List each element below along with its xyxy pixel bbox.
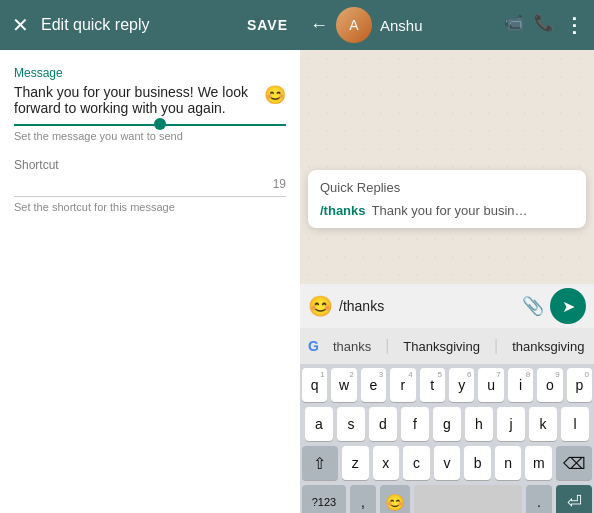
quick-reply-item[interactable]: /thanks Thank you for your business! We …	[320, 203, 574, 218]
shortcut-input[interactable]: /thanks	[14, 176, 273, 192]
key-enter[interactable]: ⏎	[556, 485, 592, 513]
key-z-wrap: z	[342, 446, 369, 480]
suggestion-thanks[interactable]: thanks	[325, 337, 379, 356]
key-w[interactable]: w2	[331, 368, 356, 402]
send-button[interactable]: ➤	[550, 288, 586, 324]
key-row-4: ?123 , 😊 . ⏎	[302, 485, 592, 513]
key-t-wrap: t5	[420, 368, 445, 402]
key-c-wrap: c	[403, 446, 430, 480]
panel-title: Edit quick reply	[41, 16, 235, 34]
send-icon: ➤	[562, 297, 575, 316]
google-g-icon: G	[308, 338, 319, 354]
key-s[interactable]: s	[337, 407, 365, 441]
key-w-wrap: w2	[331, 368, 356, 402]
avatar: A	[336, 7, 372, 43]
key-p[interactable]: p0	[567, 368, 592, 402]
key-x-wrap: x	[373, 446, 400, 480]
suggestions-bar: G thanks | Thanksgiving | thanksgiving 🎤	[300, 328, 594, 364]
key-n-wrap: n	[495, 446, 522, 480]
phone-icon[interactable]: 📞	[534, 13, 554, 37]
key-s-wrap: s	[337, 407, 365, 441]
key-l[interactable]: l	[561, 407, 589, 441]
key-k-wrap: k	[529, 407, 557, 441]
key-a-wrap: a	[305, 407, 333, 441]
key-d[interactable]: d	[369, 407, 397, 441]
input-bar: 😊 /thanks 📎 ➤	[300, 284, 594, 328]
key-row-3: ⇧ z x c v b n m ⌫	[302, 446, 592, 480]
attach-icon[interactable]: 📎	[522, 295, 544, 317]
key-r-wrap: r4	[390, 368, 415, 402]
key-x[interactable]: x	[373, 446, 400, 480]
key-j[interactable]: j	[497, 407, 525, 441]
key-h[interactable]: h	[465, 407, 493, 441]
quick-replies-title: Quick Replies	[320, 180, 574, 195]
shortcut-hint: Set the shortcut for this message	[14, 201, 286, 213]
key-v-wrap: v	[434, 446, 461, 480]
key-e[interactable]: e3	[361, 368, 386, 402]
close-button[interactable]: ✕	[12, 13, 29, 37]
key-a[interactable]: a	[305, 407, 333, 441]
suggestion-thanksgiving-lower[interactable]: thanksgiving	[504, 337, 592, 356]
key-o-wrap: o9	[537, 368, 562, 402]
form-area: Message Thank you for your business! We …	[0, 50, 300, 513]
keyboard[interactable]: G thanks | Thanksgiving | thanksgiving 🎤…	[300, 328, 594, 513]
key-p-wrap: p0	[567, 368, 592, 402]
key-g-wrap: g	[433, 407, 461, 441]
quick-replies-popup: Quick Replies /thanks Thank you for your…	[308, 170, 586, 228]
key-comma[interactable]: ,	[350, 485, 376, 513]
shortcut-label: Shortcut	[14, 158, 286, 172]
key-q[interactable]: q1	[302, 368, 327, 402]
key-c[interactable]: c	[403, 446, 430, 480]
key-t[interactable]: t5	[420, 368, 445, 402]
key-row-1: q1 w2 e3 r4 t5 y6 u7 i8 o9 p0	[302, 368, 592, 402]
message-hint: Set the message you want to send	[14, 130, 286, 142]
key-backspace[interactable]: ⌫	[556, 446, 592, 480]
key-n[interactable]: n	[495, 446, 522, 480]
suggestion-thanksgiving[interactable]: Thanksgiving	[395, 337, 488, 356]
qr-shortcut: /thanks	[320, 203, 366, 218]
message-input-wrap: Thank you for your business! We look for…	[14, 84, 286, 126]
input-field[interactable]: /thanks	[339, 298, 516, 314]
right-panel: ← A Anshu 📹 📞 ⋮ Quick Replies /thanks Th…	[300, 0, 594, 513]
key-row-2: a s d f g h j k l	[302, 407, 592, 441]
key-v[interactable]: v	[434, 446, 461, 480]
back-icon[interactable]: ←	[310, 15, 328, 36]
key-o[interactable]: o9	[537, 368, 562, 402]
key-f[interactable]: f	[401, 407, 429, 441]
more-options-icon[interactable]: ⋮	[564, 13, 584, 37]
save-button[interactable]: SAVE	[247, 17, 288, 33]
emoji-button[interactable]: 😊	[264, 84, 286, 106]
contact-name: Anshu	[380, 17, 496, 34]
key-l-wrap: l	[561, 407, 589, 441]
key-emoji[interactable]: 😊	[380, 485, 410, 513]
key-u-wrap: u7	[478, 368, 503, 402]
key-num-toggle[interactable]: ?123	[302, 485, 346, 513]
key-b[interactable]: b	[464, 446, 491, 480]
message-input[interactable]: Thank you for your business! We look for…	[14, 84, 286, 116]
key-b-wrap: b	[464, 446, 491, 480]
key-r[interactable]: r4	[390, 368, 415, 402]
left-panel: ✕ Edit quick reply SAVE Message Thank yo…	[0, 0, 300, 513]
key-m[interactable]: m	[525, 446, 552, 480]
key-period[interactable]: .	[526, 485, 552, 513]
video-call-icon[interactable]: 📹	[504, 13, 524, 37]
key-m-wrap: m	[525, 446, 552, 480]
key-e-wrap: e3	[361, 368, 386, 402]
key-u[interactable]: u7	[478, 368, 503, 402]
message-label: Message	[14, 66, 286, 80]
key-y[interactable]: y6	[449, 368, 474, 402]
key-z[interactable]: z	[342, 446, 369, 480]
qr-preview: Thank you for your business! We look for…	[372, 203, 532, 218]
key-g[interactable]: g	[433, 407, 461, 441]
key-j-wrap: j	[497, 407, 525, 441]
key-k[interactable]: k	[529, 407, 557, 441]
contact-header: ← A Anshu 📹 📞 ⋮	[300, 0, 594, 50]
key-h-wrap: h	[465, 407, 493, 441]
top-bar: ✕ Edit quick reply SAVE	[0, 0, 300, 50]
key-i[interactable]: i8	[508, 368, 533, 402]
key-f-wrap: f	[401, 407, 429, 441]
key-shift[interactable]: ⇧	[302, 446, 338, 480]
key-space[interactable]	[414, 485, 522, 513]
input-emoji-icon[interactable]: 😊	[308, 294, 333, 318]
key-q-wrap: q1	[302, 368, 327, 402]
